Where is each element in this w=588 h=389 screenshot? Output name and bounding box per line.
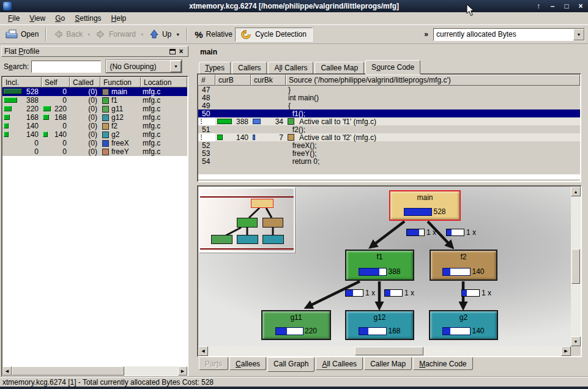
graph-node-f1[interactable]: f1388 xyxy=(345,250,414,281)
forward-button[interactable]: Forward ▼ xyxy=(94,28,147,41)
fp-column-location[interactable]: Location xyxy=(141,77,187,87)
status-bar: xtmemory.kcg.6274 [1] - Total currently … xyxy=(0,376,588,387)
forward-dropdown-icon[interactable]: ▼ xyxy=(140,32,144,37)
source-line-54[interactable]: 54 return 0; xyxy=(198,157,580,165)
tab-types[interactable]: Types xyxy=(199,62,231,74)
event-type-dropdown-icon[interactable]: ▼ xyxy=(573,29,584,40)
back-button[interactable]: Back ▼ xyxy=(51,28,94,41)
fold-marker-icon xyxy=(201,135,203,140)
cycle-detection-toggle[interactable]: Cycle Detection xyxy=(235,28,313,42)
tab-machine-code[interactable]: Machine Code xyxy=(413,357,472,370)
source-line-47[interactable]: 47} xyxy=(198,86,580,94)
scroll-right-icon[interactable]: ▶ xyxy=(561,346,571,356)
scroll-right-icon[interactable]: ▶ xyxy=(178,366,187,376)
fp-column-self[interactable]: Self xyxy=(42,77,70,87)
dock-close-button[interactable]: × xyxy=(177,48,185,56)
fp-row-freeX[interactable]: 00(0)freeXmfg.c xyxy=(2,139,187,147)
edge-call-count: 1 x xyxy=(404,289,414,297)
tab-caller-map[interactable]: Caller Map xyxy=(364,357,412,370)
graph-node-g2[interactable]: g2140 xyxy=(429,310,498,340)
grouping-select[interactable]: (No Grouping) ▼ xyxy=(106,60,182,73)
source-code-view: #curBcurBkSource ('/home/philippe/valgri… xyxy=(197,73,581,182)
tab-all-callers[interactable]: All Callers xyxy=(268,62,313,74)
fp-row-freeY[interactable]: 00(0)freeYmfg.c xyxy=(2,147,187,156)
location-value: mfg.c xyxy=(141,130,187,139)
grouping-dropdown-icon[interactable]: ▼ xyxy=(170,61,181,72)
scroll-down-icon[interactable]: ▼ xyxy=(571,336,581,346)
graph-node-f2[interactable]: f2140 xyxy=(430,250,497,281)
call-annotation: Active call to 'f2' (mfg.c) xyxy=(299,133,376,142)
tab-callees[interactable]: Callees xyxy=(229,357,266,370)
maximize-button[interactable]: □ xyxy=(562,2,571,10)
src-column-1[interactable]: curB xyxy=(215,75,251,86)
hscroll-slider[interactable] xyxy=(355,347,423,355)
scroll-up-icon[interactable]: ▲ xyxy=(571,187,581,196)
tab-callers[interactable]: Callers xyxy=(232,62,267,74)
event-type-select[interactable]: currently allocated Bytes ▼ xyxy=(433,28,585,41)
fp-row-g2[interactable]: 140140(0)g2mfg.c xyxy=(2,130,187,139)
close-button[interactable]: × xyxy=(576,2,585,10)
menu-go[interactable]: Go xyxy=(50,13,70,24)
source-line-48[interactable]: 48int main() xyxy=(198,94,580,102)
back-dropdown-icon[interactable]: ▼ xyxy=(87,32,91,37)
flat-profile-hscrollbar[interactable]: ◀ ▶ xyxy=(2,366,187,376)
scroll-left-icon[interactable]: ◀ xyxy=(2,366,12,376)
source-line-50[interactable]: 50 f1(); xyxy=(198,109,580,117)
title-bar[interactable]: xtmemory.kcg.6274 [/home/philippe/valgri… xyxy=(0,0,588,12)
source-line-51[interactable]: 51 f2(); xyxy=(198,125,580,133)
curbk-bar xyxy=(253,119,261,124)
fp-column-function[interactable]: Function xyxy=(100,77,141,87)
grouping-value: (No Grouping) xyxy=(110,62,156,71)
graph-vscrollbar[interactable]: ▲ ▼ xyxy=(571,187,581,346)
graph-overview-map[interactable] xyxy=(199,187,295,253)
menu-help[interactable]: Help xyxy=(106,13,132,24)
flat-profile-dock-title[interactable]: Flat Profile × xyxy=(1,46,188,57)
graph-node-main[interactable]: main528 xyxy=(389,190,461,221)
relative-toggle[interactable]: % Relative xyxy=(192,28,235,42)
tab-source-code[interactable]: Source Code xyxy=(365,60,420,74)
toolbar-overflow-button[interactable]: » xyxy=(424,30,428,39)
node-cost-bar xyxy=(359,268,387,276)
shade-button[interactable]: ↑ xyxy=(534,2,543,10)
tab-call-graph[interactable]: Call Graph xyxy=(267,357,314,372)
src-column-0[interactable]: # xyxy=(198,75,215,86)
source-line-49[interactable]: 49{ xyxy=(198,102,580,109)
hscroll-slider[interactable] xyxy=(12,366,124,376)
tab-parts[interactable]: Parts xyxy=(199,357,228,370)
fp-row-f2[interactable]: 1400(0)f2mfg.c xyxy=(2,122,187,130)
fp-row-main[interactable]: 5280(0)mainmfg.c xyxy=(2,87,187,96)
node-label: g12 xyxy=(346,313,413,322)
node-cost-value: 388 xyxy=(388,267,400,276)
search-input[interactable] xyxy=(31,61,101,73)
src-column-2[interactable]: curBk xyxy=(251,75,286,86)
dock-float-button[interactable] xyxy=(168,48,177,56)
source-line-52[interactable]: 52 freeX(); xyxy=(198,141,580,149)
minimize-button[interactable]: – xyxy=(548,2,557,10)
source-call-row[interactable]: 1407Active call to 'f2' (mfg.c) xyxy=(198,133,580,141)
tab-callee-map[interactable]: Callee Map xyxy=(314,62,364,74)
menu-file[interactable]: File xyxy=(3,13,24,24)
function-type-icon xyxy=(102,123,109,130)
node-cost-value: 140 xyxy=(472,267,484,276)
edge-call-count: 1 x xyxy=(466,228,476,237)
menu-view[interactable]: View xyxy=(24,13,50,24)
menu-settings[interactable]: Settings xyxy=(70,13,106,24)
up-button[interactable]: Up ▼ xyxy=(147,28,182,41)
graph-node-g12[interactable]: g12168 xyxy=(345,310,414,340)
vscroll-slider[interactable] xyxy=(571,249,580,284)
open-button[interactable]: Open xyxy=(3,28,41,41)
source-call-row[interactable]: 38834Active call to 'f1' (mfg.c) xyxy=(198,117,580,125)
fp-row-g11[interactable]: 220220(0)g11mfg.c xyxy=(2,105,187,113)
tab-all-callees[interactable]: All Callees xyxy=(316,357,363,370)
fp-column-called[interactable]: Called xyxy=(70,77,100,87)
scroll-left-icon[interactable]: ◀ xyxy=(198,346,208,356)
fp-row-g12[interactable]: 168168(0)g12mfg.c xyxy=(2,113,187,122)
call-graph-canvas[interactable]: main528f1388f2140g11220g12168g21401 x1 x… xyxy=(198,187,571,346)
src-column-3[interactable]: Source ('/home/philippe/valgrind/littlep… xyxy=(286,75,580,86)
fp-row-f1[interactable]: 3880(0)f1mfg.c xyxy=(2,96,187,105)
source-line-53[interactable]: 53 freeY(); xyxy=(198,149,580,157)
up-dropdown-icon[interactable]: ▼ xyxy=(176,32,180,37)
fp-column-incl[interactable]: Incl. xyxy=(2,77,42,87)
graph-node-g11[interactable]: g11220 xyxy=(261,310,331,340)
graph-hscrollbar[interactable]: ◀ ▶ xyxy=(198,346,571,356)
